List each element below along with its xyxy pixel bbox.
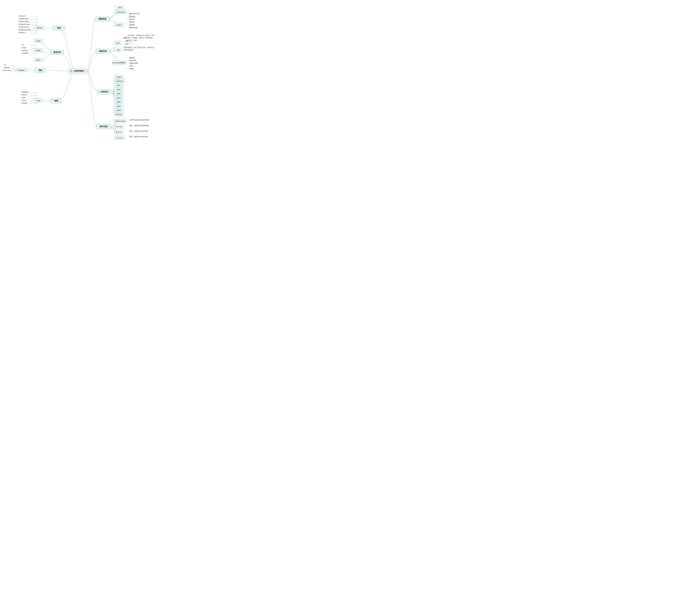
modal-label: modal xyxy=(117,126,122,128)
line-root-form xyxy=(86,71,98,92)
media-label: 媒体组件 xyxy=(53,51,61,54)
leaf-size: size xyxy=(125,40,128,42)
leaf-latitude: latitude xyxy=(21,94,27,96)
leaf-mode: mode xyxy=(22,46,26,49)
info-action-sheet: 见APIwx.showActionSheet xyxy=(129,119,149,121)
loading-warning-dot xyxy=(116,137,116,138)
node-view: view xyxy=(115,5,125,10)
nav-label: 导航 xyxy=(38,69,42,72)
text-label: text xyxy=(117,49,120,51)
loading-label: loading xyxy=(117,137,123,139)
leaf-color-icon: color xyxy=(125,43,129,45)
node-textarea: textarea xyxy=(113,112,124,116)
node-text: text xyxy=(114,48,122,52)
basic-label: 基础内容 xyxy=(99,50,107,53)
form-node-label: form xyxy=(117,84,121,86)
canvas-label: 画布 xyxy=(57,27,61,29)
node-checkbox: checkbox xyxy=(114,79,125,83)
leaf-active: active xyxy=(129,68,133,70)
level1-canvas: 画布 xyxy=(53,26,65,31)
node-scrollview: scroll-view xyxy=(114,10,127,14)
button-label: button xyxy=(116,76,122,78)
radio-label: radio xyxy=(117,101,121,103)
node-icon: icon xyxy=(114,41,122,45)
leaf-current: current xyxy=(129,18,134,20)
leaf-binderror-image: binderror xyxy=(22,50,29,51)
navigator-label: navigator xyxy=(18,69,25,71)
leaf-bindchange: bindchange xyxy=(129,26,138,29)
node-map: map xyxy=(34,98,42,102)
level1-form: 表单组件 xyxy=(97,90,112,94)
leaf-percent: percent xyxy=(129,57,135,59)
process-label: process(进度条) xyxy=(113,61,126,64)
leaf-duration: duration xyxy=(129,24,135,26)
leaf-bindtouchmove: bindtouchmove xyxy=(19,23,30,25)
modal-warning-dot xyxy=(116,126,116,127)
form-label: 表单组件 xyxy=(101,91,108,93)
leaf-hover-class: hover-class xyxy=(3,69,11,71)
leaf-markers: markers xyxy=(21,102,28,104)
slider-label: slider xyxy=(116,105,121,107)
view-label: view xyxy=(118,6,122,8)
node-video: video xyxy=(33,58,43,62)
node-modal: modal xyxy=(114,125,124,129)
node-toast: toast xyxy=(114,130,124,134)
node-action-sheet: action-sheet xyxy=(113,119,127,123)
leaf-color-process: color xyxy=(129,65,133,67)
root-label: 🏠 小程序组件 xyxy=(70,70,84,73)
level1-nav: 导航 xyxy=(35,68,46,73)
checkbox-label: checkbox xyxy=(116,80,123,82)
info-modal: 废弃，使用wx.showModal xyxy=(129,124,149,127)
line-root-view xyxy=(86,19,96,71)
scrollview-label: scroll-view xyxy=(116,11,125,13)
action-label: 操作反馈 xyxy=(100,125,107,128)
line-root-action xyxy=(86,71,97,127)
toast-warning-dot xyxy=(116,131,117,133)
level1-media: 媒体组件 xyxy=(51,50,64,55)
line-root-basic xyxy=(86,51,96,71)
node-image: image xyxy=(33,48,43,52)
node-audio: audio xyxy=(34,39,43,43)
label-node-label: label xyxy=(117,93,121,95)
leaf-scale: scale xyxy=(21,97,25,98)
level1-viewcontainer: 视图容器 xyxy=(95,17,110,21)
map-label: 地图 xyxy=(54,100,58,102)
leaf-src: src xyxy=(22,44,24,46)
line-media-video xyxy=(42,52,51,62)
leaf-interval: interval xyxy=(129,21,134,23)
video-label: video xyxy=(36,59,40,61)
line-root-canvas xyxy=(59,28,77,71)
info-toast: 废弃，使用wx.showToast xyxy=(129,130,148,132)
canvas-node-label: canvas xyxy=(36,27,42,29)
leaf-autoplay: autoplay xyxy=(129,15,135,17)
viewcontainer-label: 视图容器 xyxy=(98,18,106,20)
node-label: label xyxy=(114,92,123,95)
line-root-nav xyxy=(47,70,68,71)
leaf-redirect: redirect xyxy=(4,67,10,69)
toast-label: toast xyxy=(118,131,122,133)
node-slider: slider xyxy=(114,104,124,108)
line-root-map xyxy=(57,71,77,101)
info-text: 支持转移符\，除了文本节点外，其他节点无法长按选中 xyxy=(124,46,154,51)
node-button: button xyxy=(114,75,124,79)
node-form: form xyxy=(114,83,123,87)
map-node-label: map xyxy=(36,99,40,101)
leaf-indecator-dots: indecator-dots xyxy=(129,13,140,15)
swiper-label: swiper xyxy=(116,24,122,26)
leaf-covers: covers xyxy=(21,99,26,101)
mindmap-container: 🏠 小程序组件 ✏️ 画布 媒体组件 导航 地图 视图容器 基础内容 表单组件 … xyxy=(0,0,167,146)
leaf-canvas-id: canvas-id xyxy=(19,15,26,17)
leaf-longitude: longitude xyxy=(21,91,28,93)
node-process: process(进度条) xyxy=(112,61,126,65)
level1-map: 地图 xyxy=(51,98,62,103)
node-picker: picker xyxy=(114,96,124,100)
edit-icon[interactable]: ✏️ xyxy=(88,69,90,71)
node-navigator: navigator xyxy=(15,68,28,72)
image-label: image xyxy=(36,49,40,51)
node-loading: loading xyxy=(114,136,125,139)
level1-action: 操作反馈 xyxy=(96,124,111,129)
leaf-disable-scroll: disable-scroll xyxy=(19,18,29,20)
line-media-audio xyxy=(42,43,51,52)
node-radio: radio xyxy=(114,100,123,104)
input-label: input xyxy=(117,88,121,91)
